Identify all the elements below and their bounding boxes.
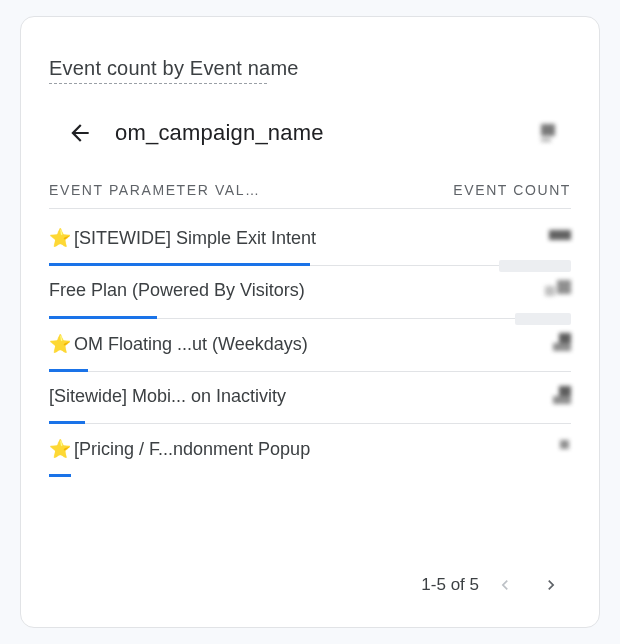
analytics-card: Event count by Event name om_campaign_na…: [20, 16, 600, 628]
bar-fill: [49, 474, 71, 477]
chevron-right-icon: [541, 575, 561, 595]
star-icon: ⭐: [49, 334, 71, 354]
breadcrumb: om_campaign_name: [49, 120, 571, 146]
title-underline: [49, 83, 267, 84]
col-head-count: EVENT COUNT: [453, 182, 571, 198]
redacted-event-count: [537, 333, 571, 353]
card-title: Event count by Event name: [49, 57, 571, 84]
column-headers: EVENT PARAMETER VAL… EVENT COUNT: [49, 182, 571, 209]
redacted-event-count: [537, 438, 571, 450]
card-title-text: Event count by Event name: [49, 57, 299, 80]
row-label: [Sitewide] Mobi... on Inactivity: [49, 386, 286, 407]
table-row[interactable]: ⭐[Pricing / F...ndonment Popup: [49, 424, 571, 476]
row-label: ⭐[SITEWIDE] Simple Exit Intent: [49, 227, 316, 249]
pagination-range: 1-5 of 5: [421, 575, 479, 595]
redacted-total: [541, 124, 571, 142]
drilldown-title: om_campaign_name: [115, 120, 324, 146]
back-button[interactable]: [67, 120, 93, 146]
row-label: Free Plan (Powered By Visitors): [49, 280, 305, 301]
rows: ⭐[SITEWIDE] Simple Exit Intent Free Plan…: [49, 213, 571, 476]
table-row[interactable]: Free Plan (Powered By Visitors): [49, 266, 571, 319]
table-row[interactable]: ⭐OM Floating ...ut (Weekdays): [49, 319, 571, 372]
star-icon: ⭐: [49, 439, 71, 459]
next-page-button[interactable]: [531, 565, 571, 605]
prev-page-button[interactable]: [485, 565, 525, 605]
pagination: 1-5 of 5: [49, 565, 571, 605]
col-head-param: EVENT PARAMETER VAL…: [49, 182, 261, 198]
chevron-left-icon: [495, 575, 515, 595]
redacted-event-count: [537, 227, 571, 245]
star-icon: ⭐: [49, 228, 71, 248]
redacted-event-count: [537, 386, 571, 406]
table-row[interactable]: [Sitewide] Mobi... on Inactivity: [49, 372, 571, 424]
redacted-event-count: [537, 280, 571, 302]
table-row[interactable]: ⭐[SITEWIDE] Simple Exit Intent: [49, 213, 571, 266]
arrow-left-icon: [67, 120, 93, 146]
row-label: ⭐[Pricing / F...ndonment Popup: [49, 438, 310, 460]
row-label: ⭐OM Floating ...ut (Weekdays): [49, 333, 308, 355]
